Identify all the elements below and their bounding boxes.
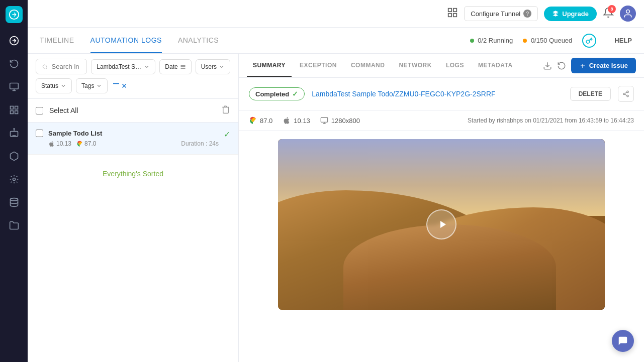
active-filter-icon[interactable] [112, 81, 128, 90]
navigation-tabs: TIMELINE AUTOMATION LOGS ANALYTICS 0/2 R… [28, 28, 644, 54]
svg-point-20 [623, 93, 625, 95]
create-issue-button[interactable]: Create Issue [571, 58, 636, 73]
status-filter[interactable]: Status [36, 78, 72, 93]
search-box[interactable] [36, 59, 87, 74]
chrome-badge: 87.0 [76, 140, 96, 147]
svg-rect-3 [10, 106, 13, 109]
resolution-meta: 1280x800 [320, 116, 360, 125]
select-all-bar: Select All [28, 99, 238, 123]
test-list: Sample Todo List 10.13 [28, 123, 238, 362]
svg-point-21 [627, 95, 629, 97]
svg-rect-6 [15, 111, 18, 114]
left-panel: LambdaTest Sampl... Date Users Status Ta… [28, 54, 239, 362]
completed-check-icon: ✓ [292, 90, 298, 98]
tab-summary[interactable]: SUMMARY [247, 55, 292, 77]
delete-selected-button[interactable] [221, 105, 230, 116]
help-link[interactable]: HELP [614, 37, 632, 44]
queued-status-item: 0/150 Queued [523, 37, 572, 44]
video-container [278, 139, 605, 310]
apple-icon [48, 141, 55, 147]
detail-tabs: SUMMARY EXCEPTION COMMAND NETWORK LOGS M… [239, 54, 644, 78]
download-button[interactable] [543, 61, 552, 70]
right-panel: SUMMARY EXCEPTION COMMAND NETWORK LOGS M… [239, 54, 644, 362]
create-issue-icon [579, 62, 586, 69]
main-content: TIMELINE AUTOMATION LOGS ANALYTICS 0/2 R… [28, 28, 644, 362]
refresh-button[interactable] [557, 61, 566, 70]
chrome-meta: 87.0 [249, 116, 272, 125]
test-item-name: Sample Todo List [48, 130, 219, 137]
video-thumbnail [278, 139, 605, 310]
filter-clear-icon[interactable] [121, 82, 128, 89]
svg-point-15 [626, 10, 630, 14]
video-area [239, 131, 644, 362]
sidebar-item-monitor[interactable] [5, 77, 24, 96]
chrome-meta-icon [249, 116, 257, 125]
sidebar-item-robot[interactable] [5, 124, 24, 143]
test-detail-meta: 87.0 10.13 1280x800 Started by rishabhps… [239, 110, 644, 131]
svg-rect-11 [448, 9, 451, 12]
test-item[interactable]: Sample Todo List 10.13 [28, 123, 238, 155]
test-item-checkbox[interactable] [36, 130, 43, 137]
tab-command[interactable]: COMMAND [345, 55, 391, 77]
upgrade-button[interactable]: Upgrade [544, 7, 597, 21]
sidebar-logo[interactable] [6, 6, 23, 23]
tab-automation-logs[interactable]: AUTOMATION LOGS [90, 28, 162, 53]
delete-test-button[interactable]: DELETE [570, 87, 611, 101]
chat-icon [617, 335, 628, 346]
date-filter-icon [180, 64, 186, 70]
date-filter[interactable]: Date [159, 59, 191, 74]
play-button[interactable] [426, 209, 456, 239]
svg-point-16 [43, 65, 46, 68]
started-by-meta: Started by rishabhps on 01/21/2021 from … [468, 117, 634, 124]
tab-metadata[interactable]: METADATA [472, 55, 519, 77]
svg-point-19 [627, 91, 629, 93]
test-pass-icon: ✓ [224, 130, 230, 139]
svg-point-10 [10, 198, 18, 201]
users-filter[interactable]: Users [196, 59, 230, 74]
select-all-label[interactable]: Select All [49, 106, 78, 114]
notification-badge: 8 [608, 5, 616, 13]
share-button[interactable] [618, 86, 634, 102]
tab-analytics[interactable]: ANALYTICS [178, 28, 219, 53]
user-avatar[interactable] [620, 6, 636, 22]
sidebar [0, 0, 28, 362]
notification-button[interactable]: 8 [603, 7, 614, 20]
sidebar-item-forward[interactable] [5, 31, 24, 50]
project-filter[interactable]: LambdaTest Sampl... [91, 59, 155, 74]
configure-help-icon: ? [523, 10, 531, 18]
sidebar-item-settings[interactable] [5, 170, 24, 189]
duration-text: Duration : 24s [181, 140, 219, 147]
sidebar-item-database[interactable] [5, 193, 24, 212]
completed-badge: Completed ✓ [249, 87, 305, 100]
key-icon[interactable] [582, 34, 596, 48]
detail-tab-actions: Create Issue [543, 58, 636, 73]
test-item-meta: 10.13 87.0 Dura [48, 140, 219, 147]
users-filter-chevron [219, 64, 225, 70]
tab-exception[interactable]: EXCEPTION [294, 55, 343, 77]
everything-sorted-label: Everything's Sorted [28, 155, 238, 193]
sidebar-item-folder[interactable] [5, 216, 24, 235]
svg-rect-14 [453, 14, 456, 17]
svg-rect-4 [15, 106, 18, 109]
dune-3 [343, 224, 556, 310]
sidebar-item-box[interactable] [5, 147, 24, 166]
tab-network[interactable]: NETWORK [393, 55, 438, 77]
configure-tunnel-button[interactable]: Configure Tunnel ? [464, 6, 538, 21]
search-input[interactable] [52, 63, 81, 70]
mac-meta: 10.13 [283, 116, 310, 125]
test-name-link[interactable]: LambdaTest Sample Todo/ZZMU0-FEGC0-KYP2G… [312, 90, 563, 98]
sidebar-item-grid[interactable] [5, 100, 24, 119]
share-icon [622, 90, 629, 97]
sidebar-item-refresh[interactable] [5, 54, 24, 73]
play-icon [436, 218, 448, 230]
content-area: LambdaTest Sampl... Date Users Status Ta… [28, 54, 644, 362]
tab-timeline[interactable]: TIMELINE [40, 28, 74, 53]
svg-point-8 [14, 129, 15, 130]
running-dot [470, 39, 474, 43]
chat-bubble[interactable] [612, 330, 634, 352]
select-all-checkbox[interactable] [36, 107, 43, 114]
tags-filter[interactable]: Tags [76, 78, 108, 93]
test-detail-header: Completed ✓ LambdaTest Sample Todo/ZZMU0… [239, 78, 644, 110]
tab-logs[interactable]: LOGS [440, 55, 470, 77]
grid-view-icon[interactable] [447, 7, 458, 20]
